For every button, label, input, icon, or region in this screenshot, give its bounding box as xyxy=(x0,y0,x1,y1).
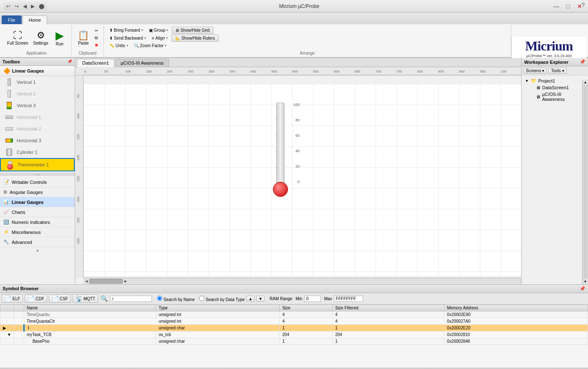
category-linear-gauges[interactable]: 📊 Linear Gauges xyxy=(0,197,75,207)
zoom-dropdown[interactable]: ▾ xyxy=(165,44,167,48)
tree-node-datascreen1[interactable]: 🖥 DataScreen1 xyxy=(523,84,586,91)
bring-forward-button[interactable]: ⬆ Bring Forward ▾ xyxy=(107,27,145,33)
col-name[interactable]: Name xyxy=(24,305,156,311)
workspace-vscrollbar[interactable]: ▲ ▼ xyxy=(582,80,588,284)
canvas-grid[interactable]: 100 80 60 40 20 0 xyxy=(83,84,521,276)
tree-node-project1[interactable]: ▼ 📁 Project1 xyxy=(523,77,586,84)
category-numeric-indicators[interactable]: 🔢 Numeric Indicators xyxy=(0,217,75,227)
table-row[interactable]: TimeQuantaCtr unsigned int 4 4 0x200027A… xyxy=(0,318,588,325)
search-input[interactable] xyxy=(110,296,152,302)
back-button[interactable]: ◀ xyxy=(22,3,28,10)
csf-button[interactable]: 📄 CSF xyxy=(49,294,71,303)
hscroll-left[interactable]: ◀ xyxy=(83,279,89,283)
redo-button[interactable]: ↪ xyxy=(13,3,20,10)
bring-forward-icon: ⬆ xyxy=(109,28,113,33)
delete-icon: ✖ xyxy=(95,43,98,48)
cut-button[interactable]: ✂ xyxy=(93,28,100,34)
show-hide-grid-button[interactable]: ⊞ Show/Hide Grid xyxy=(172,27,213,34)
tab-file[interactable]: File xyxy=(2,15,22,24)
table-row[interactable]: ▼ myTask_TCB os_tcb 204 204 0x20002810 xyxy=(0,331,588,338)
mqtt-button[interactable]: 📡 MQTT xyxy=(73,294,98,303)
elf-button[interactable]: 📄 ELF xyxy=(2,294,23,303)
dot-button[interactable]: ⬤ xyxy=(38,3,45,10)
tree-node-awareness[interactable]: 🖥 µC/OS-III Awareness xyxy=(523,91,586,103)
zoom-factor-button[interactable]: 🔍 Zoom Factor ▾ xyxy=(132,43,169,49)
align-dropdown[interactable]: ▾ xyxy=(166,36,168,40)
settings-button[interactable]: ⚙ Settings xyxy=(31,30,50,47)
vscroll-down[interactable]: ▼ xyxy=(583,279,588,284)
tab-ucos-awareness[interactable]: µC/OS-III Awareness xyxy=(115,59,169,67)
show-hide-rulers-button[interactable]: 📐 Show/Hide Rulers xyxy=(172,35,219,42)
category-writable-controls[interactable]: 📝 Writable Controls xyxy=(0,177,75,187)
ram-min-input[interactable] xyxy=(304,296,321,302)
svg-text:400: 400 xyxy=(76,238,80,244)
toolbox-item-horizontal2[interactable]: Horizontal 2 xyxy=(0,123,75,135)
units-button[interactable]: 📏 Units ▾ xyxy=(107,43,130,49)
toolbox-item-vertical2[interactable]: Vertical 2 xyxy=(0,88,75,100)
table-row[interactable]: TimeQuantu unsigned int 4 4 0x20002E90 xyxy=(0,311,588,318)
maximize-button[interactable]: □ xyxy=(563,2,573,11)
tools-button[interactable]: Tools ▾ xyxy=(548,68,566,74)
svg-text:350: 350 xyxy=(230,70,235,73)
category-advanced[interactable]: 🔧 Advanced xyxy=(0,237,75,247)
ram-max-input[interactable] xyxy=(334,296,363,302)
group-button[interactable]: ▣ Group ▾ xyxy=(147,27,171,33)
copy-button[interactable]: ⧉ xyxy=(93,35,100,41)
search-by-name-option[interactable]: Search by Name xyxy=(157,297,196,302)
toolbox-item-vertical3[interactable]: Vertical 3 xyxy=(0,100,75,111)
workspace-pin[interactable]: 📌 xyxy=(580,59,585,65)
send-backward-button[interactable]: ⬇ Send Backward ▾ xyxy=(107,35,148,41)
col-size-filtered[interactable]: Size Filtered xyxy=(333,305,444,311)
toolbox-expand-bottom[interactable]: ▾ xyxy=(0,247,75,254)
paste-button[interactable]: 📋 Paste xyxy=(75,30,92,47)
col-memory-address[interactable]: Memory Address xyxy=(444,305,588,311)
search-by-type-option[interactable]: Search by Data Type xyxy=(199,297,245,302)
fullscreen-button[interactable]: ⛶ Full Screen xyxy=(5,30,30,47)
category-angular-gauges[interactable]: ⊙ Angular Gauges xyxy=(0,187,75,197)
units-dropdown[interactable]: ▾ xyxy=(126,44,128,48)
toolbox-item-thermometer1[interactable]: Thermometer 1 xyxy=(0,158,75,171)
table-row-selected[interactable]: ▶ i unsigned char 1 1 0x20002E20 xyxy=(0,325,588,331)
search-by-type-radio[interactable] xyxy=(199,296,204,301)
canvas-hscrollbar[interactable]: ◀ ▶ xyxy=(83,278,521,284)
row-expand xyxy=(0,318,14,325)
sb-pin[interactable]: 📌 xyxy=(580,286,585,291)
run-button[interactable]: ▶ Run xyxy=(51,29,68,48)
align-button[interactable]: ≡ Align ▾ xyxy=(150,35,170,41)
search-by-name-radio[interactable] xyxy=(157,296,162,301)
send-backward-dropdown[interactable]: ▾ xyxy=(144,36,146,40)
delete-button[interactable]: ✖ xyxy=(93,42,100,48)
bring-forward-dropdown[interactable]: ▾ xyxy=(141,28,143,32)
table-row[interactable]: BasePrio unsigned char 1 1 0x20002848 xyxy=(0,338,588,345)
send-backward-label: Send Backward xyxy=(114,36,143,40)
toolbox-pin[interactable]: 📌 xyxy=(67,59,72,64)
undo-button[interactable]: ↩ xyxy=(5,3,12,10)
search-icon[interactable]: 🔍 xyxy=(100,295,109,302)
thermometer-widget[interactable]: 100 80 60 40 20 0 xyxy=(267,100,300,201)
group-dropdown[interactable]: ▾ xyxy=(167,28,168,32)
cdf-button[interactable]: 📄 CDF xyxy=(25,294,47,303)
help-button[interactable]: ? xyxy=(581,2,585,8)
col-size[interactable]: Size xyxy=(280,305,333,311)
sort-desc-button[interactable]: ▼ xyxy=(256,296,265,302)
minimize-button[interactable]: — xyxy=(551,2,561,11)
tab-datascreen1[interactable]: DataScreen1 xyxy=(77,59,114,67)
category-miscellaneous[interactable]: ⚡ Miscellaneous xyxy=(0,227,75,237)
hscroll-thumb[interactable] xyxy=(89,279,123,284)
tab-home[interactable]: Home xyxy=(23,15,47,25)
toolbox-item-horizontal3[interactable]: Horizontal 3 xyxy=(0,135,75,146)
screens-button[interactable]: Screens ▾ xyxy=(523,68,547,74)
toolbox-item-horizontal1[interactable]: Horizontal 1 xyxy=(0,111,75,123)
category-charts[interactable]: 📈 Charts xyxy=(0,207,75,217)
application-group-label: Application xyxy=(5,50,68,55)
expand-project1[interactable]: ▼ xyxy=(525,79,529,83)
hscroll-right[interactable]: ▶ xyxy=(123,279,129,283)
col-type[interactable]: Type xyxy=(156,305,280,311)
sort-asc-button[interactable]: ▲ xyxy=(246,296,255,302)
toolbox-item-cylinder1[interactable]: Cylinder 1 xyxy=(0,146,75,158)
quick-access-toolbar: ↩ ↪ ◀ ▶ ⬤ xyxy=(3,2,47,10)
toolbox-resize-handle[interactable]: • • • xyxy=(0,173,75,176)
toolbox-item-vertical1[interactable]: Vertical 1 xyxy=(0,76,75,88)
forward-button[interactable]: ▶ xyxy=(30,3,36,10)
vscroll-up[interactable]: ▲ xyxy=(583,80,588,85)
